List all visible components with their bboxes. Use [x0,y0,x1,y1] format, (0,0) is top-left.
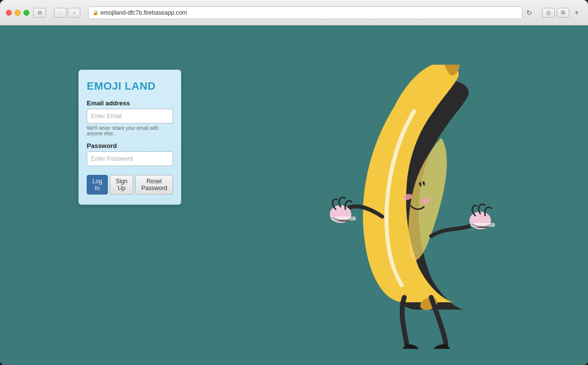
password-label: Password [87,142,173,149]
password-input[interactable] [87,151,173,166]
email-input[interactable] [87,109,173,123]
sidebar-icon: ⊟ [38,10,42,15]
forward-icon: › [73,10,75,16]
sidebar-toggle-button[interactable]: ⊟ [33,8,46,18]
maximize-button[interactable] [24,10,29,16]
lock-icon: 🔒 [93,10,98,15]
refresh-button[interactable]: ↻ [524,8,534,18]
svg-rect-6 [470,223,495,227]
duplicate-icon: ⧉ [561,9,565,16]
close-button[interactable] [6,10,12,16]
banana-svg [323,65,510,349]
address-bar[interactable]: 🔒 emojiland-dfc7b.firebaseapp.com [88,6,522,19]
back-icon: ‹ [59,10,61,16]
button-row: Log In Sign Up Reset Password [87,175,173,195]
email-hint: We'll never share your email with anyone… [87,125,173,136]
browser-window: ⊟ ‹ › 🔒 emojiland-dfc7b.firebaseapp.com … [0,0,588,365]
login-card: EMOJI LAND Email address We'll never sha… [78,70,181,205]
refresh-icon: ↻ [526,9,532,17]
nav-buttons: ‹ › [54,8,80,18]
traffic-lights [6,10,29,16]
banana-illustration [323,65,510,349]
share-button[interactable]: ⎙ [542,8,555,18]
svg-rect-4 [331,217,356,220]
page-content: EMOJI LAND Email address We'll never sha… [0,25,588,365]
forward-button[interactable]: › [68,8,80,18]
login-button[interactable]: Log In [87,175,108,195]
share-icon: ⎙ [547,10,550,16]
plus-icon: + [574,8,579,17]
address-bar-container: 🔒 emojiland-dfc7b.firebaseapp.com ↻ [88,6,534,19]
new-tab-button[interactable]: + [571,7,582,18]
password-section: Password [87,142,173,168]
app-title: EMOJI LAND [87,80,173,93]
title-bar: ⊟ ‹ › 🔒 emojiland-dfc7b.firebaseapp.com … [0,0,588,25]
duplicate-button[interactable]: ⧉ [557,8,569,18]
url-text: emojiland-dfc7b.firebaseapp.com [100,9,187,16]
email-label: Email address [87,99,173,107]
reset-password-button[interactable]: Reset Password [135,175,173,195]
minimize-button[interactable] [15,10,21,16]
toolbar-right: ⎙ ⧉ + [542,7,582,18]
back-button[interactable]: ‹ [54,8,67,18]
signup-button[interactable]: Sign Up [110,175,134,195]
